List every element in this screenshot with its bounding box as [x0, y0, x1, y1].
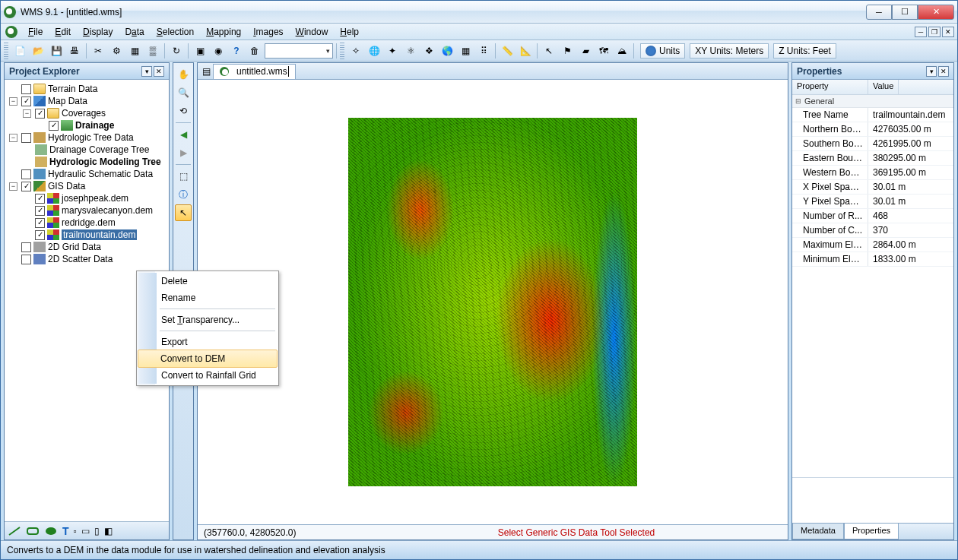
- menu-help[interactable]: Help: [334, 25, 365, 39]
- tree-terrain[interactable]: Terrain Data: [48, 84, 97, 94]
- tree-gis[interactable]: GIS Data: [48, 181, 85, 191]
- ctx-transparency[interactable]: Set Transparency...: [138, 312, 277, 328]
- explorer-pin-button[interactable]: ▾: [141, 66, 152, 77]
- tree-dem3[interactable]: redridge.dem: [62, 217, 116, 228]
- menu-mapping[interactable]: Mapping: [200, 25, 247, 39]
- vtool-info-icon[interactable]: ⓘ: [175, 186, 192, 203]
- tool-frame-icon[interactable]: ✧: [347, 43, 364, 59]
- props-close-button[interactable]: ✕: [938, 66, 949, 77]
- ctx-delete[interactable]: Delete: [138, 273, 277, 289]
- tool-button-4[interactable]: ▣: [192, 43, 208, 59]
- tree-drainage-cov[interactable]: Drainage Coverage Tree: [49, 144, 149, 155]
- mdi-restore[interactable]: ❐: [928, 27, 941, 37]
- shape-tool-2[interactable]: ▭: [81, 526, 90, 536]
- property-row[interactable]: Maximum Ele...2864.00 m: [792, 238, 953, 252]
- tree-dem2[interactable]: marysvalecanyon.dem: [62, 205, 153, 216]
- tree-2dscatter[interactable]: 2D Scatter Data: [48, 254, 113, 264]
- explorer-close-button[interactable]: ✕: [154, 66, 164, 77]
- vtool-back-icon[interactable]: ◀: [175, 126, 192, 143]
- new-button[interactable]: 📄: [11, 43, 28, 59]
- tool-button-5[interactable]: ◉: [210, 43, 227, 59]
- titlebar[interactable]: WMS 9.1 - [untitled.wms] ─ ☐ ✕: [1, 1, 957, 24]
- vtool-hand-icon[interactable]: ✋: [175, 66, 192, 83]
- tree-hydraulic[interactable]: Hydraulic Schematic Data: [48, 169, 153, 179]
- menu-file[interactable]: File: [22, 25, 49, 39]
- ctx-export[interactable]: Export: [138, 334, 277, 350]
- tree-dem1[interactable]: josephpeak.dem: [62, 193, 128, 204]
- property-row[interactable]: Northern Bou...4276035.00 m: [792, 122, 953, 137]
- vtool-zoom-icon[interactable]: 🔍: [175, 84, 192, 101]
- tool-globe-icon[interactable]: 🌐: [366, 43, 382, 59]
- property-row[interactable]: Minimum Ele...1833.00 m: [792, 252, 953, 267]
- refresh-button[interactable]: ↻: [168, 43, 185, 59]
- mdi-close[interactable]: ✕: [942, 27, 954, 37]
- units-button[interactable]: Units: [640, 43, 685, 59]
- shape-tool-3[interactable]: ▯: [94, 526, 100, 536]
- menu-window[interactable]: Window: [290, 25, 335, 39]
- tool-button-1[interactable]: ⚙: [108, 43, 125, 59]
- property-row[interactable]: Tree Nametrailmountain.dem: [792, 108, 953, 122]
- ctx-convert-rain[interactable]: Convert to Rainfall Grid: [138, 367, 277, 384]
- tree-coverages[interactable]: Coverages: [62, 108, 106, 119]
- trash-button[interactable]: 🗑: [246, 43, 263, 59]
- shape-tool-1[interactable]: ▫: [74, 526, 77, 536]
- toolbar-grip[interactable]: [4, 43, 8, 59]
- file-tab[interactable]: untitled.wms: [213, 64, 296, 79]
- z-units-label[interactable]: Z Units: Feet: [773, 43, 836, 59]
- tree-hydrotree[interactable]: Hydrologic Tree Data: [48, 132, 134, 143]
- maximize-button[interactable]: ☐: [892, 5, 918, 20]
- tool-star-icon[interactable]: ✦: [384, 43, 401, 59]
- property-row[interactable]: X Pixel Spacing30.01 m: [792, 180, 953, 195]
- cut-button[interactable]: ✂: [90, 43, 106, 59]
- tree-hydro-model[interactable]: Hydrologic Modeling Tree: [49, 157, 161, 167]
- tool-measure-icon[interactable]: 📐: [517, 43, 534, 59]
- tool-map-icon[interactable]: 🗺: [595, 43, 612, 59]
- menu-selection[interactable]: Selection: [151, 25, 200, 39]
- metadata-tab[interactable]: Metadata: [792, 524, 844, 539]
- tool-terrain-icon[interactable]: ⛰: [614, 43, 630, 59]
- mdi-minimize[interactable]: ─: [915, 27, 927, 37]
- toolbar-grip-2[interactable]: [340, 43, 344, 59]
- tool-dots-icon[interactable]: ⠿: [475, 43, 492, 59]
- tree-dem4-selected[interactable]: trailmountain.dem: [62, 229, 137, 240]
- tree-2dgrid[interactable]: 2D Grid Data: [48, 242, 101, 252]
- print-button[interactable]: 🖶: [66, 43, 83, 59]
- map-canvas[interactable]: [198, 80, 788, 524]
- vtool-rotate-icon[interactable]: ⟲: [175, 103, 192, 119]
- tool-button-2[interactable]: ▦: [126, 43, 143, 59]
- vtool-pointer-icon[interactable]: ↖: [175, 204, 192, 221]
- tool-ruler-icon[interactable]: 📏: [499, 43, 515, 59]
- ellipse-shape-icon[interactable]: [44, 526, 58, 536]
- prop-category[interactable]: General: [792, 95, 953, 108]
- tool-layers-icon[interactable]: ❖: [420, 43, 437, 59]
- property-row[interactable]: Western Bou...369195.00 m: [792, 166, 953, 180]
- menu-images[interactable]: Images: [247, 25, 289, 39]
- help-button[interactable]: ?: [228, 43, 245, 59]
- tree-drainage[interactable]: Drainage: [75, 120, 114, 131]
- close-button[interactable]: ✕: [918, 5, 954, 20]
- text-shape-icon[interactable]: T: [62, 525, 69, 537]
- property-row[interactable]: Number of C...370: [792, 223, 953, 238]
- properties-tab[interactable]: Properties: [844, 524, 899, 539]
- toolbar-combo[interactable]: [265, 43, 333, 59]
- tool-cursor-icon[interactable]: ↖: [541, 43, 557, 59]
- tool-grid-icon[interactable]: ▦: [457, 43, 474, 59]
- open-button[interactable]: 📂: [30, 43, 46, 59]
- tool-nodes-icon[interactable]: ⚛: [402, 43, 419, 59]
- menu-display[interactable]: Display: [77, 25, 119, 39]
- ctx-rename[interactable]: Rename: [138, 289, 277, 306]
- save-button[interactable]: 💾: [48, 43, 65, 59]
- tool-flag-icon[interactable]: ⚑: [559, 43, 576, 59]
- shape-tool-4[interactable]: ◧: [104, 526, 113, 536]
- expander-icon[interactable]: −: [9, 97, 17, 106]
- property-row[interactable]: Y Pixel Spacing30.01 m: [792, 195, 953, 209]
- vtool-select-icon[interactable]: ⬚: [175, 168, 192, 185]
- property-row[interactable]: Southern Bou...4261995.00 m: [792, 137, 953, 151]
- tool-earth-icon[interactable]: 🌎: [439, 43, 455, 59]
- tool-poly-icon[interactable]: ▰: [577, 43, 594, 59]
- minimize-button[interactable]: ─: [866, 5, 892, 20]
- ctx-convert-dem[interactable]: Convert to DEM: [138, 350, 278, 368]
- rect-shape-icon[interactable]: [26, 526, 40, 536]
- property-row[interactable]: Eastern Boun...380295.00 m: [792, 151, 953, 166]
- xy-units-label[interactable]: XY Units: Meters: [690, 43, 769, 59]
